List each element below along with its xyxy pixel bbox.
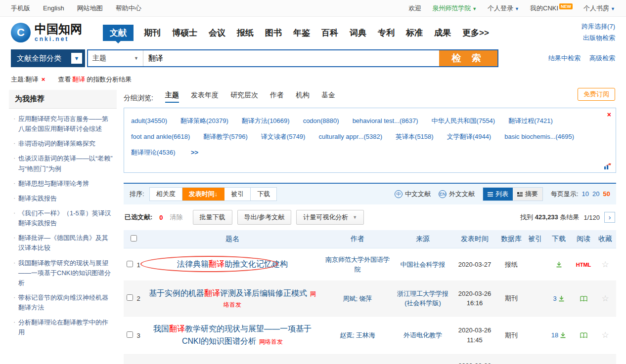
authors-link[interactable]: 南京师范大学外国语学院 [325,256,390,273]
category-select[interactable]: 文献全部分类 ▼ [11,49,85,67]
topic-tag[interactable]: 翻译教学(5796) [203,132,248,141]
authors-link[interactable]: 赵覔; 王林海 [340,331,375,339]
header-right-link[interactable]: 出版物检索 [581,32,615,43]
list-view-button[interactable]: 列表 [483,188,513,201]
index-chart-icon[interactable] [604,163,612,170]
sidebar-item[interactable]: 分析翻译理论在翻译教学中的作用 [13,315,114,340]
cnki-logo[interactable]: C 中国知网 cnki.net [11,23,82,42]
nav-item[interactable]: 图书 [264,25,283,41]
column-header[interactable]: 阅读 [573,230,594,248]
sidebar-item[interactable]: 《我们不一样》（1-5章）英译汉翻译实践报告 [13,206,114,231]
sort-option[interactable]: 被引 [224,188,251,201]
download-icon[interactable] [558,295,565,302]
doc-title-link[interactable]: 我国翻译教学研究的现状与展望——一项基于CNKI的知识图谱分析 [153,324,312,345]
toolbar-button[interactable]: 计量可视化分析▼ [296,210,364,225]
first-publish-tag[interactable]: 网络首发 [259,338,283,345]
nav-item[interactable]: 博硕士 [171,25,198,41]
topic-tag[interactable]: basic biochemis...(4695) [504,133,574,140]
per-page-option[interactable]: 50 [603,190,610,198]
search-button[interactable]: 检 索 [439,50,497,66]
topic-tag[interactable]: 译文读者(5749) [261,132,306,141]
select-all-checkbox[interactable] [131,235,137,242]
nav-item[interactable]: 文献 [103,25,134,41]
clear-selection-link[interactable]: 清除 [170,213,183,222]
topic-tag[interactable]: foot and ankle(6618) [131,133,190,140]
chinese-literature-toggle[interactable]: 中 中文文献 [395,190,431,199]
topic-tag[interactable]: 文学翻译(4944) [447,132,492,141]
filter-chip[interactable]: 主题:翻译× [11,75,45,84]
more-tags-link[interactable]: >> [191,149,198,156]
group-tab[interactable]: 基金 [321,91,335,103]
nav-item[interactable]: 报纸 [236,25,255,41]
column-header[interactable]: 收藏 [594,230,616,248]
search-input[interactable] [143,50,439,66]
sort-option[interactable]: 发表时间↓ [182,188,225,201]
row-checkbox[interactable] [127,294,133,301]
source-link[interactable]: 中国社会科学报 [401,261,446,268]
nav-item[interactable]: 百科 [320,25,339,41]
nav-item[interactable]: 更多>> [461,25,490,41]
column-header[interactable]: 数据库 [497,230,525,248]
toolbar-button[interactable]: 批量下载 [193,210,232,225]
next-page-button[interactable]: › [604,212,615,223]
nav-item[interactable]: 标准 [405,25,424,41]
topic-tag[interactable]: 翻译策略(20379) [180,117,228,125]
topic-tag[interactable]: 翻译理论(4536) [131,148,176,157]
close-icon[interactable]: × [607,111,611,119]
topic-tag[interactable]: 翻译方法(10669) [242,117,290,125]
topic-tag[interactable]: codon(8880) [303,117,339,124]
sort-option[interactable]: 下载 [251,188,276,201]
group-tab[interactable]: 作者 [270,91,284,103]
sidebar-item[interactable]: 也谈汉语新词的英译——以“老赖”与“艳照门”为例 [13,151,114,176]
topic-tag[interactable]: culturally appr...(5382) [318,133,382,140]
sidebar-item[interactable]: 带标记音节的双向维汉神经机器翻译方法 [13,290,114,315]
column-header[interactable]: 来源 [394,230,452,248]
topbar-link[interactable]: English [43,4,64,12]
book-icon[interactable] [580,296,587,302]
html-read-link[interactable]: HTML [576,262,591,268]
index-analysis-link[interactable]: 查看翻译的指数分析结果 [58,75,132,84]
row-checkbox[interactable] [127,331,133,338]
topic-tag[interactable]: 翻译过程(7421) [508,117,553,125]
nav-item[interactable]: 词典 [349,25,367,41]
row-checkbox[interactable] [127,261,133,267]
personal-study-link[interactable]: 个人书房▼ [583,4,615,13]
nav-item[interactable]: 专利 [377,25,396,41]
download-icon[interactable] [560,332,566,338]
per-page-option[interactable]: 10 [582,190,589,198]
authors-link[interactable]: 周斌; 饶萍 [343,295,372,302]
star-icon[interactable]: ☆ [601,294,609,303]
nav-item[interactable]: 成果 [433,25,452,41]
org-link[interactable]: 泉州师范学院▼ [432,4,477,13]
column-header[interactable]: 下载 [545,230,573,248]
nav-item[interactable]: 期刊 [143,25,162,41]
source-link[interactable]: 浙江理工大学学报(社会科学版) [397,290,448,307]
group-tab[interactable]: 研究层次 [230,91,258,103]
star-icon[interactable]: ☆ [601,260,609,269]
nav-item[interactable]: 会议 [208,25,226,41]
topbar-link[interactable]: 帮助中心 [116,4,141,12]
sidebar-item[interactable]: 我国翻译教学研究的现状与展望——一项基于CNKI的知识图谱分析 [13,256,114,290]
group-tab[interactable]: 机构 [296,91,310,103]
column-header[interactable]: 作者 [321,230,394,248]
per-page-option[interactable]: 20 [592,190,599,198]
nav-item[interactable]: 年鉴 [292,25,311,41]
star-icon[interactable]: ☆ [601,330,609,340]
source-link[interactable]: 外语电化教学 [403,331,442,339]
sidebar-item[interactable]: 应用翻译研究与语言服务——第八届全国应用翻译研讨会综述 [13,112,114,136]
my-cnki-link[interactable]: 我的CNKINEW [530,4,573,13]
close-icon[interactable]: × [42,76,45,83]
search-right-link[interactable]: 高级检索 [589,54,615,63]
column-header[interactable]: 发表时间 [452,230,497,248]
topic-tag[interactable]: behavioral test...(8637) [353,117,418,124]
topic-tag[interactable]: adult(34550) [131,117,167,124]
topbar-link[interactable]: 网站地图 [77,4,103,12]
sidebar-item[interactable]: 非谓语动词的翻译策略探究 [13,136,114,151]
toolbar-button[interactable]: 导出/参考文献 [237,210,292,225]
group-tab[interactable]: 主题 [165,91,179,103]
column-header[interactable]: 题名 [143,230,321,248]
sort-option[interactable]: 相关度 [150,188,182,201]
group-tab[interactable]: 发表年度 [191,91,219,103]
search-field-select[interactable]: 主题 ▼ [88,50,143,66]
download-icon[interactable] [556,261,562,268]
